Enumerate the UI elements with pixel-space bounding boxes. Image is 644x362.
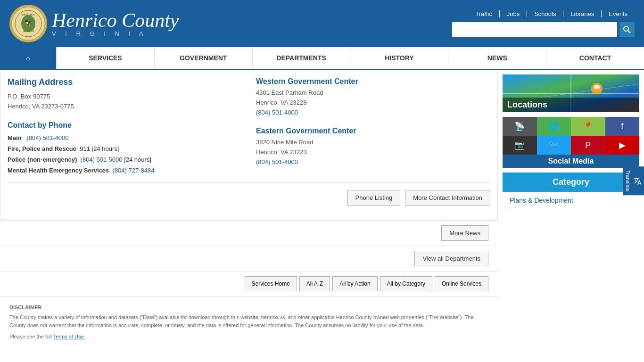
locations-label: Locations	[503, 98, 639, 112]
all-az-button[interactable]: All A-Z	[299, 276, 330, 291]
top-links: Traffic Jobs Schools Libraries Events	[468, 10, 635, 17]
view-all-departments-button[interactable]: View all Departments	[414, 251, 488, 266]
social-rss-icon[interactable]: 📡	[503, 117, 537, 136]
search-input[interactable]	[452, 22, 617, 37]
svg-text:🦅: 🦅	[25, 19, 33, 27]
category-card: Category Plans & Development	[503, 173, 639, 209]
news-bar: More News	[0, 220, 498, 246]
more-news-button[interactable]: More News	[441, 225, 488, 241]
social-twitter-icon[interactable]: 🐦	[537, 136, 571, 155]
phone-mental-link[interactable]: (804) 727-8484	[113, 167, 155, 174]
social-facebook-icon[interactable]: f	[605, 117, 640, 136]
eastern-center: Eastern Government Center 3820 Nine Mile…	[256, 127, 490, 167]
all-by-action-button[interactable]: All by Action	[332, 276, 377, 291]
contact-right: Western Government Center 4301 East Parh…	[242, 77, 490, 178]
online-services-button[interactable]: Online Services	[435, 276, 488, 291]
dept-bar: View all Departments	[0, 246, 498, 272]
county-name-text: Henrico County V I R G I N I A	[52, 10, 179, 37]
search-button[interactable]	[619, 22, 635, 37]
home-icon: ⌂	[26, 54, 30, 62]
traffic-link[interactable]: Traffic	[468, 10, 499, 17]
terms-link[interactable]: Terms of Use.	[53, 334, 85, 339]
eastern-addr: 3820 Nine Mile Road Henrico, VA 23223 (8…	[256, 138, 490, 167]
main-nav: ⌂ SERVICES GOVERNMENT DEPARTMENTS HISTOR…	[0, 47, 644, 70]
eastern-phone-link[interactable]: (804) 501-4000	[256, 158, 298, 165]
social-website-icon[interactable]: 🌐	[537, 117, 571, 136]
right-sidebar: Locations 📡 🌐 📍 f 📷 🐦 P	[498, 70, 644, 348]
phone-main-link[interactable]: (804) 501-4000	[26, 134, 68, 141]
logo-area: SINCE 1634 HENRICO 🦅 Henrico County V I …	[9, 5, 179, 42]
phone-main: Main (804) 501-4000	[8, 134, 242, 141]
locations-card[interactable]: Locations	[503, 74, 639, 112]
western-phone-link[interactable]: (804) 501-4000	[256, 109, 298, 116]
nav-news[interactable]: NEWS	[448, 47, 546, 69]
nav-services[interactable]: SERVICES	[57, 47, 155, 69]
nav-government[interactable]: GOVERNMENT	[155, 47, 253, 69]
phone-section: Contact by Phone Main (804) 501-4000 Fir…	[8, 121, 242, 174]
translate-button[interactable]: Translate	[623, 166, 644, 195]
social-instagram-icon[interactable]: 📷	[503, 136, 537, 155]
social-youtube-icon[interactable]: ▶	[605, 136, 640, 155]
header-right: Traffic Jobs Schools Libraries Events	[452, 10, 635, 37]
county-seal: SINCE 1634 HENRICO 🦅	[9, 5, 47, 42]
eastern-title: Eastern Government Center	[256, 127, 490, 135]
category-title: Category	[503, 173, 639, 192]
social-foursquare-icon[interactable]: 📍	[571, 117, 605, 136]
phone-police: Police (non-emergency) (804) 501-5000 [2…	[8, 156, 242, 163]
search-area	[452, 22, 635, 37]
mailing-address: P.O. Box 90775 Henrico, VA 23273-0775	[8, 92, 242, 112]
svg-line-7	[628, 31, 630, 33]
contact-section: Mailing Address P.O. Box 90775 Henrico, …	[0, 70, 498, 220]
services-nav: Services Home All A-Z All by Action All …	[0, 272, 498, 296]
schools-link[interactable]: Schools	[527, 10, 563, 17]
translate-label: Translate	[625, 170, 631, 191]
phone-fire: Fire, Police and Rescue 911 [24 hours]	[8, 145, 242, 152]
nav-history[interactable]: HISTORY	[350, 47, 448, 69]
social-pinterest-icon[interactable]: P	[571, 136, 605, 155]
nav-home[interactable]: ⌂	[0, 47, 57, 69]
all-by-category-button[interactable]: All by Category	[380, 276, 432, 291]
county-title: Henrico County	[52, 10, 179, 30]
social-media-image: 📡 🌐 📍 f 📷 🐦 P ▶	[503, 117, 639, 155]
svg-point-6	[624, 26, 628, 31]
phone-police-link[interactable]: (804) 501-5000	[81, 156, 123, 163]
mailing-title: Mailing Address	[8, 77, 242, 87]
western-title: Western Government Center	[256, 77, 490, 86]
terms-line: Please see the full Terms of Use.	[9, 333, 488, 341]
state-name: V I R G I N I A	[52, 30, 179, 37]
jobs-link[interactable]: Jobs	[500, 10, 527, 17]
more-contact-button[interactable]: More Contact Information	[405, 190, 490, 206]
phone-title: Contact by Phone	[8, 121, 242, 130]
libraries-link[interactable]: Libraries	[563, 10, 602, 17]
nav-departments[interactable]: DEPARTMENTS	[253, 47, 351, 69]
category-plans-development[interactable]: Plans & Development	[503, 192, 639, 209]
events-link[interactable]: Events	[602, 10, 635, 17]
disclaimer-label: DISCLAIMER	[9, 304, 488, 312]
phone-listing-button[interactable]: Phone Listing	[347, 190, 401, 206]
action-buttons: Phone Listing More Contact Information	[8, 182, 490, 213]
social-media-label: Social Media	[503, 155, 639, 168]
services-home-button[interactable]: Services Home	[245, 276, 297, 291]
western-addr: 4301 East Parham Road Henrico, VA 23228 …	[256, 88, 490, 117]
western-center: Western Government Center 4301 East Parh…	[256, 77, 490, 117]
nav-contact[interactable]: CONTACT	[546, 47, 644, 69]
contact-left: Mailing Address P.O. Box 90775 Henrico, …	[8, 77, 242, 178]
disclaimer-section: DISCLAIMER The County makes a variety of…	[0, 296, 498, 348]
social-media-card[interactable]: 📡 🌐 📍 f 📷 🐦 P ▶ Social Media	[503, 117, 639, 168]
locations-image: Locations	[503, 74, 639, 112]
disclaimer-text: The County makes a variety of informatio…	[9, 313, 488, 329]
phone-mental: Mental Health Emergency Services (804) 7…	[8, 167, 242, 174]
